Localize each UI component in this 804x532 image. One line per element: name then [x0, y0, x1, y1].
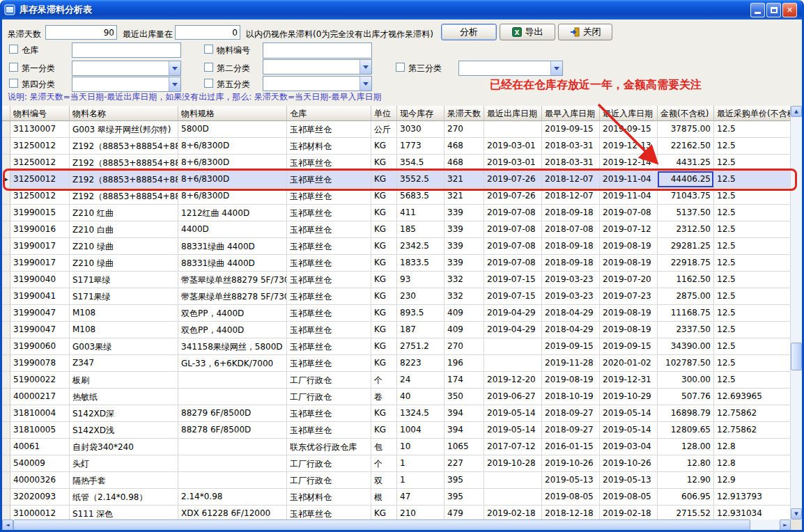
table-row[interactable]: 31990017Z210 绿曲88331绿曲 4400D玉祁草丝仓KG2342.…	[2, 238, 791, 255]
table-row[interactable]: 31990060G003果绿341158果绿网丝，5800D玉祁草丝仓KG275…	[2, 338, 791, 355]
item-no-checkbox[interactable]	[204, 45, 213, 54]
row-selector[interactable]	[2, 155, 10, 171]
table-cell[interactable]: 88331绿曲 4400D	[178, 255, 287, 272]
table-cell[interactable]: 32020093	[10, 489, 70, 506]
table-cell[interactable]: 2019-11-28	[542, 355, 600, 372]
table-cell[interactable]: KG	[371, 506, 397, 519]
table-cell[interactable]: 2019-10-28	[484, 455, 542, 472]
table-cell[interactable]: 2019-05-13	[600, 472, 658, 489]
table-cell[interactable]: 2019-09-15	[542, 121, 600, 138]
close-button[interactable]: ✕	[782, 3, 797, 17]
table-cell[interactable]: 468	[444, 138, 484, 155]
table-cell[interactable]: KG	[371, 422, 397, 439]
table-cell[interactable]: S171果绿	[70, 288, 178, 305]
table-cell[interactable]: 2019-04-29	[484, 305, 542, 322]
table-cell[interactable]: 22162.50	[658, 138, 714, 155]
table-cell[interactable]: 玉祁草丝仓	[287, 121, 371, 138]
table-cell[interactable]: Z210 白曲	[70, 221, 178, 238]
table-cell[interactable]: 2019-08-19	[542, 372, 600, 389]
table-cell[interactable]: 12.5	[714, 171, 791, 188]
table-cell[interactable]: 339	[444, 205, 484, 221]
table-cell[interactable]: 196	[444, 355, 484, 372]
table-cell[interactable]: 玉祁草丝仓	[287, 255, 371, 272]
table-cell[interactable]: M108	[70, 305, 178, 322]
table-cell[interactable]: 1212红曲 4400D	[178, 205, 287, 221]
table-cell[interactable]: 10	[397, 439, 444, 455]
table-cell[interactable]: 2019-07-26	[484, 188, 542, 205]
table-cell[interactable]: G003果绿	[70, 338, 178, 355]
table-cell[interactable]: 2019-08-19	[600, 255, 658, 272]
table-cell[interactable]: 2016-01-15	[542, 439, 600, 455]
table-cell[interactable]: 玉祁草丝仓	[287, 155, 371, 171]
table-cell[interactable]	[178, 472, 287, 489]
table-cell[interactable]: 2019-07-08	[484, 205, 542, 221]
row-selector[interactable]	[2, 455, 10, 472]
column-header[interactable]: 单位	[371, 106, 397, 121]
table-cell[interactable]: 2019-07-08	[600, 205, 658, 221]
table-cell[interactable]: 8+6/8300D	[178, 138, 287, 155]
warehouse-checkbox[interactable]	[9, 45, 18, 54]
table-cell[interactable]: 带茎果绿单丝88278 5F/7300	[178, 288, 287, 305]
table-cell[interactable]: 工厂行政仓	[287, 389, 371, 405]
row-selector[interactable]	[2, 255, 10, 272]
table-cell[interactable]: 12.5	[714, 255, 791, 272]
table-cell[interactable]: 22918.75	[658, 255, 714, 272]
table-cell[interactable]: 2018-07-08	[542, 221, 600, 238]
table-cell[interactable]: 40000326	[10, 472, 70, 489]
table-cell[interactable]: 个	[371, 455, 397, 472]
table-cell[interactable]: 339	[444, 238, 484, 255]
horizontal-scrollbar-thumb[interactable]	[13, 519, 750, 531]
table-cell[interactable]: S142XD深	[70, 405, 178, 422]
table-cell[interactable]: 395	[444, 472, 484, 489]
table-cell[interactable]: 12.5	[714, 188, 791, 205]
table-cell[interactable]: 双	[371, 472, 397, 489]
table-row[interactable]: 40061自封袋340*240联东优谷行政仓库包1010652017-07-12…	[2, 439, 791, 455]
table-cell[interactable]: 2018-03-31	[542, 138, 600, 155]
table-cell[interactable]: 2018-04-29	[542, 322, 600, 338]
table-cell[interactable]: 270	[444, 121, 484, 138]
table-cell[interactable]: 88279 6F/8500D	[178, 405, 287, 422]
table-cell[interactable]: 工厂行政仓	[287, 472, 371, 489]
table-cell[interactable]: 玉祁草丝仓	[287, 322, 371, 338]
table-cell[interactable]: 2019-12-20	[484, 372, 542, 389]
table-cell[interactable]: 玉祁草丝仓	[287, 288, 371, 305]
table-cell[interactable]: 3552.5	[397, 171, 444, 188]
table-cell[interactable]: 2018-10-19	[542, 389, 600, 405]
table-cell[interactable]: 12.5	[714, 338, 791, 355]
table-row[interactable]: 31990040S171翠绿带茎翠绿单丝88279 5F/7300玉祁草丝仓KG…	[2, 272, 791, 288]
table-cell[interactable]: 根	[371, 489, 397, 506]
table-cell[interactable]: 44406.25	[658, 171, 714, 188]
table-cell[interactable]: 12.5	[714, 205, 791, 221]
row-selector[interactable]	[2, 338, 10, 355]
table-cell[interactable]: Z347	[70, 355, 178, 372]
warehouse-input[interactable]	[72, 42, 181, 58]
cat4-combobox[interactable]	[72, 77, 181, 92]
table-cell[interactable]: 2018-12-07	[542, 188, 600, 205]
column-header[interactable]: 最早入库日期	[542, 106, 600, 121]
table-cell[interactable]: 2019-12-31	[600, 372, 658, 389]
table-cell[interactable]: 16898.79	[658, 405, 714, 422]
analyze-button[interactable]: 分析	[441, 24, 497, 40]
cat5-checkbox[interactable]	[204, 79, 213, 88]
table-cell[interactable]: 210	[397, 506, 444, 519]
table-cell[interactable]: 88278 6F/8500D	[178, 422, 287, 439]
table-row[interactable]: 40000217热敏纸工厂行政仓卷403502019-06-272018-10-…	[2, 389, 791, 405]
table-cell[interactable]: 2019-12-13	[600, 138, 658, 155]
table-cell[interactable]: 321	[444, 171, 484, 188]
table-cell[interactable]: 185	[397, 221, 444, 238]
table-cell[interactable]: 2019-03-01	[484, 155, 542, 171]
table-cell[interactable]	[484, 489, 542, 506]
table-cell[interactable]: 12.90	[658, 472, 714, 489]
chevron-down-icon[interactable]	[360, 60, 371, 74]
column-header[interactable]: 仓库	[287, 106, 371, 121]
table-cell[interactable]	[178, 372, 287, 389]
table-row[interactable]: 31130007G003 翠绿开网丝(邦尔特)5800D玉祁草丝仓公斤30302…	[2, 121, 791, 138]
table-cell[interactable]: 321	[444, 188, 484, 205]
table-cell[interactable]: 31990047	[10, 305, 70, 322]
horizontal-scrollbar[interactable]: ◄ ►	[2, 519, 802, 531]
table-cell[interactable]: 71043.75	[658, 188, 714, 205]
table-cell[interactable]: 1	[397, 472, 444, 489]
column-header[interactable]: 物料规格	[178, 106, 287, 121]
table-cell[interactable]: 31250012	[10, 155, 70, 171]
table-cell[interactable]: 工厂行政仓	[287, 372, 371, 389]
